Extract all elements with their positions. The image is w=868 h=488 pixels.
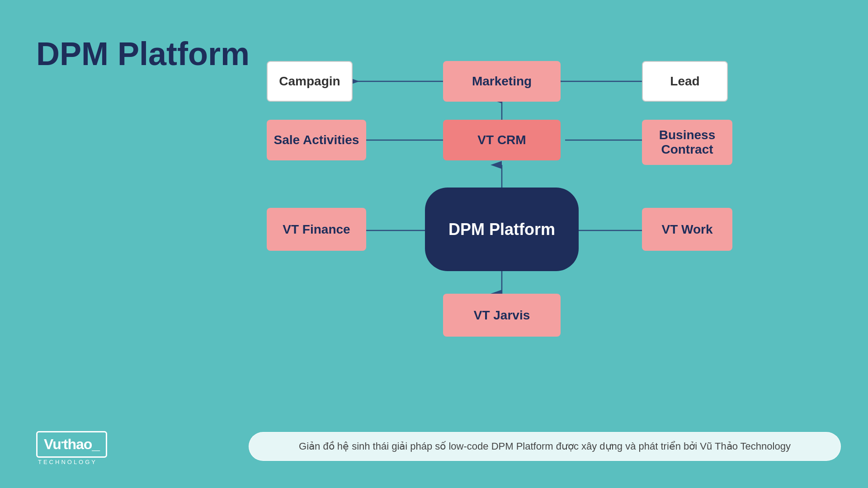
logo-tagline: TECHNOLOGY xyxy=(36,459,97,465)
lead-box: Lead xyxy=(642,61,728,102)
vt-finance-box: VT Finance xyxy=(267,208,366,251)
vt-crm-box: VT CRM xyxy=(443,120,561,160)
logo-box: Vu●thao_ xyxy=(36,431,107,458)
logo-name: Vu●thao_ xyxy=(44,436,99,453)
vt-jarvis-box: VT Jarvis xyxy=(443,294,561,337)
marketing-box: Marketing xyxy=(443,61,561,102)
page-title: DPM Platform xyxy=(36,36,250,72)
logo: Vu●thao_ TECHNOLOGY xyxy=(36,431,107,465)
diagram-container: Campagin Marketing Lead Sale Activities … xyxy=(249,36,836,389)
campaign-box: Campagin xyxy=(267,61,353,102)
sale-activities-box: Sale Activities xyxy=(267,120,366,160)
vt-work-box: VT Work xyxy=(642,208,732,251)
dpm-platform-box: DPM Platform xyxy=(425,188,579,271)
business-contract-box: Business Contract xyxy=(642,120,732,165)
footer-note: Giản đồ hệ sinh thái giải pháp số low-co… xyxy=(249,432,841,461)
